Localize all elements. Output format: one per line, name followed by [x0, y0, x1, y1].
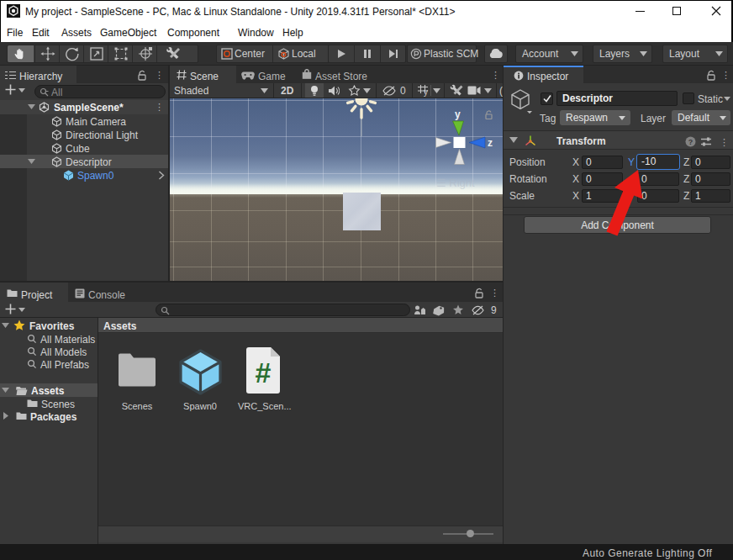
- svg-text:z: z: [488, 137, 493, 149]
- svg-text:?: ?: [688, 138, 693, 146]
- svg-text:y: y: [455, 108, 461, 120]
- svg-text:#: #: [256, 357, 272, 388]
